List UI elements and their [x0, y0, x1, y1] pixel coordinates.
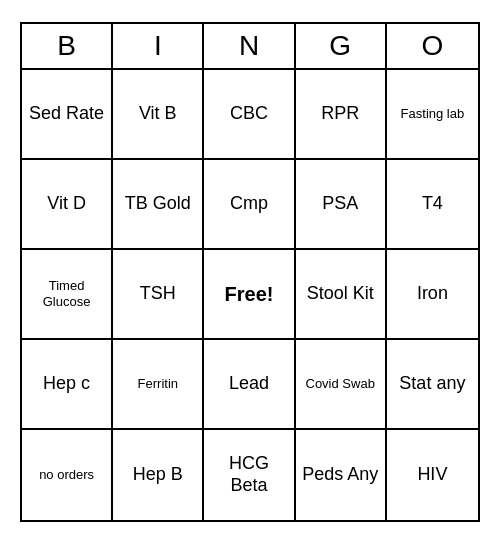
bingo-cell-text-5: Vit D — [47, 193, 86, 215]
bingo-cell-text-0: Sed Rate — [29, 103, 104, 125]
bingo-cell-text-19: Stat any — [399, 373, 465, 395]
bingo-cell-14[interactable]: Iron — [387, 250, 478, 340]
bingo-cell-text-6: TB Gold — [125, 193, 191, 215]
bingo-cell-4[interactable]: Fasting lab — [387, 70, 478, 160]
bingo-cell-22[interactable]: HCG Beta — [204, 430, 295, 520]
header-letter-o: O — [387, 24, 478, 68]
bingo-cell-5[interactable]: Vit D — [22, 160, 113, 250]
bingo-cell-7[interactable]: Cmp — [204, 160, 295, 250]
bingo-cell-text-15: Hep c — [43, 373, 90, 395]
bingo-cell-1[interactable]: Vit B — [113, 70, 204, 160]
bingo-card: BINGO Sed RateVit BCBCRPRFasting labVit … — [20, 22, 480, 522]
bingo-cell-text-16: Ferritin — [138, 376, 178, 392]
bingo-cell-text-23: Peds Any — [302, 464, 378, 486]
bingo-cell-text-3: RPR — [321, 103, 359, 125]
bingo-cell-16[interactable]: Ferritin — [113, 340, 204, 430]
bingo-cell-text-13: Stool Kit — [307, 283, 374, 305]
bingo-cell-text-20: no orders — [39, 467, 94, 483]
bingo-cell-17[interactable]: Lead — [204, 340, 295, 430]
bingo-cell-12[interactable]: Free! — [204, 250, 295, 340]
bingo-cell-10[interactable]: Timed Glucose — [22, 250, 113, 340]
bingo-cell-text-24: HIV — [417, 464, 447, 486]
bingo-cell-text-8: PSA — [322, 193, 358, 215]
bingo-cell-15[interactable]: Hep c — [22, 340, 113, 430]
bingo-cell-3[interactable]: RPR — [296, 70, 387, 160]
bingo-cell-text-18: Covid Swab — [306, 376, 375, 392]
bingo-cell-24[interactable]: HIV — [387, 430, 478, 520]
bingo-cell-text-17: Lead — [229, 373, 269, 395]
bingo-grid: Sed RateVit BCBCRPRFasting labVit DTB Go… — [22, 70, 478, 520]
header-letter-i: I — [113, 24, 204, 68]
bingo-cell-21[interactable]: Hep B — [113, 430, 204, 520]
bingo-cell-13[interactable]: Stool Kit — [296, 250, 387, 340]
bingo-cell-text-7: Cmp — [230, 193, 268, 215]
bingo-cell-text-11: TSH — [140, 283, 176, 305]
bingo-cell-11[interactable]: TSH — [113, 250, 204, 340]
bingo-cell-0[interactable]: Sed Rate — [22, 70, 113, 160]
bingo-header: BINGO — [22, 24, 478, 70]
bingo-cell-8[interactable]: PSA — [296, 160, 387, 250]
bingo-cell-text-1: Vit B — [139, 103, 177, 125]
bingo-cell-text-14: Iron — [417, 283, 448, 305]
bingo-cell-text-10: Timed Glucose — [26, 278, 107, 309]
header-letter-b: B — [22, 24, 113, 68]
bingo-cell-9[interactable]: T4 — [387, 160, 478, 250]
bingo-cell-text-12: Free! — [225, 282, 274, 306]
bingo-cell-text-9: T4 — [422, 193, 443, 215]
bingo-cell-text-2: CBC — [230, 103, 268, 125]
bingo-cell-2[interactable]: CBC — [204, 70, 295, 160]
bingo-cell-23[interactable]: Peds Any — [296, 430, 387, 520]
bingo-cell-text-22: HCG Beta — [208, 453, 289, 496]
bingo-cell-19[interactable]: Stat any — [387, 340, 478, 430]
header-letter-g: G — [296, 24, 387, 68]
bingo-cell-6[interactable]: TB Gold — [113, 160, 204, 250]
bingo-cell-text-4: Fasting lab — [401, 106, 465, 122]
bingo-cell-text-21: Hep B — [133, 464, 183, 486]
bingo-cell-20[interactable]: no orders — [22, 430, 113, 520]
header-letter-n: N — [204, 24, 295, 68]
bingo-cell-18[interactable]: Covid Swab — [296, 340, 387, 430]
